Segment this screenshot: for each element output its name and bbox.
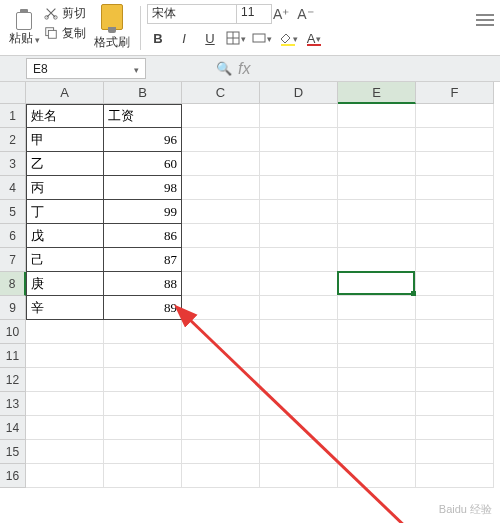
cut-button[interactable]: 剪切 <box>44 4 86 22</box>
format-painter-button[interactable]: 格式刷 <box>94 4 130 51</box>
cell[interactable] <box>260 296 338 320</box>
cell[interactable] <box>416 344 494 368</box>
cell[interactable] <box>338 248 416 272</box>
cell[interactable] <box>260 392 338 416</box>
cell[interactable] <box>416 176 494 200</box>
cell[interactable] <box>260 416 338 440</box>
column-header[interactable]: A <box>26 82 104 104</box>
fx-label[interactable]: fx <box>238 60 250 78</box>
cell[interactable]: 工资 <box>104 104 182 128</box>
row-header[interactable]: 5 <box>0 200 26 224</box>
italic-button[interactable]: I <box>173 28 195 48</box>
cell[interactable] <box>416 272 494 296</box>
cell[interactable] <box>338 152 416 176</box>
cell[interactable] <box>260 248 338 272</box>
column-header[interactable]: E <box>338 82 416 104</box>
cell[interactable] <box>416 224 494 248</box>
cell[interactable] <box>182 440 260 464</box>
merge-button[interactable]: ▾ <box>251 28 273 48</box>
cell[interactable]: 60 <box>104 152 182 176</box>
copy-button[interactable]: 复制 <box>44 24 86 42</box>
cell[interactable] <box>104 344 182 368</box>
cell[interactable]: 89 <box>104 296 182 320</box>
cell[interactable] <box>104 368 182 392</box>
cell[interactable] <box>26 464 104 488</box>
cell[interactable] <box>416 392 494 416</box>
row-header[interactable]: 8 <box>0 272 26 296</box>
row-header[interactable]: 6 <box>0 224 26 248</box>
paste-button[interactable]: 粘贴 ▾ <box>4 4 44 47</box>
font-size-select[interactable]: 11 <box>236 4 272 24</box>
cell[interactable]: 姓名 <box>26 104 104 128</box>
cell[interactable]: 86 <box>104 224 182 248</box>
underline-button[interactable]: U <box>199 28 221 48</box>
cell[interactable] <box>26 440 104 464</box>
cell[interactable] <box>338 200 416 224</box>
cell[interactable] <box>182 320 260 344</box>
cell[interactable] <box>338 176 416 200</box>
cell[interactable] <box>416 104 494 128</box>
font-color-button[interactable]: A▾ <box>303 28 325 48</box>
ribbon-overflow-button[interactable] <box>476 4 494 26</box>
cell[interactable] <box>104 464 182 488</box>
cell[interactable] <box>416 416 494 440</box>
spreadsheet[interactable]: ABCDEF 12345678910111213141516 姓名工资甲96乙6… <box>0 82 500 523</box>
cell[interactable]: 96 <box>104 128 182 152</box>
cell[interactable] <box>182 416 260 440</box>
cell[interactable]: 88 <box>104 272 182 296</box>
name-box[interactable]: E8 ▾ <box>26 58 146 79</box>
cell[interactable] <box>260 440 338 464</box>
cell[interactable] <box>338 272 416 296</box>
grid[interactable]: 姓名工资甲96乙60丙98丁99戊86己87庚88辛89 <box>26 104 500 523</box>
cell[interactable]: 辛 <box>26 296 104 320</box>
cell[interactable] <box>260 224 338 248</box>
cell[interactable] <box>26 368 104 392</box>
row-header[interactable]: 9 <box>0 296 26 320</box>
cell[interactable] <box>182 368 260 392</box>
row-header[interactable]: 15 <box>0 440 26 464</box>
cell[interactable] <box>338 104 416 128</box>
row-header[interactable]: 1 <box>0 104 26 128</box>
cell[interactable] <box>182 200 260 224</box>
row-header[interactable]: 14 <box>0 416 26 440</box>
row-header[interactable]: 13 <box>0 392 26 416</box>
cell[interactable] <box>260 320 338 344</box>
cell[interactable] <box>260 464 338 488</box>
cell[interactable]: 丙 <box>26 176 104 200</box>
cell[interactable] <box>26 344 104 368</box>
cell[interactable] <box>416 248 494 272</box>
select-all-corner[interactable] <box>0 82 26 104</box>
cell[interactable] <box>182 224 260 248</box>
cell[interactable]: 87 <box>104 248 182 272</box>
bold-button[interactable]: B <box>147 28 169 48</box>
cell[interactable] <box>338 368 416 392</box>
cell[interactable] <box>182 152 260 176</box>
cell[interactable] <box>338 224 416 248</box>
cell[interactable] <box>338 464 416 488</box>
cell[interactable] <box>260 200 338 224</box>
column-header[interactable]: B <box>104 82 182 104</box>
cell[interactable] <box>182 392 260 416</box>
search-icon[interactable]: 🔍 <box>216 61 232 76</box>
cell[interactable] <box>416 464 494 488</box>
cell[interactable] <box>416 152 494 176</box>
cell[interactable] <box>416 128 494 152</box>
cell[interactable] <box>416 200 494 224</box>
cell[interactable] <box>182 176 260 200</box>
cell[interactable] <box>104 416 182 440</box>
cell[interactable] <box>338 296 416 320</box>
cell[interactable]: 丁 <box>26 200 104 224</box>
row-header[interactable]: 7 <box>0 248 26 272</box>
row-header[interactable]: 12 <box>0 368 26 392</box>
cell[interactable] <box>104 440 182 464</box>
cell[interactable] <box>260 368 338 392</box>
cell[interactable] <box>260 152 338 176</box>
cell[interactable] <box>416 320 494 344</box>
cell[interactable] <box>182 272 260 296</box>
cell[interactable] <box>182 104 260 128</box>
row-header[interactable]: 2 <box>0 128 26 152</box>
row-header[interactable]: 11 <box>0 344 26 368</box>
cell[interactable] <box>338 392 416 416</box>
cell[interactable] <box>260 272 338 296</box>
fill-color-button[interactable]: ▾ <box>277 28 299 48</box>
